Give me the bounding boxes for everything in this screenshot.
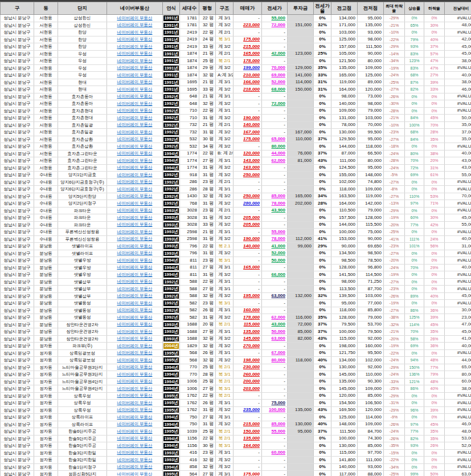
naver-realestate-link[interactable]: 네이버페이 부동산 bbox=[117, 471, 152, 476]
cell-danji: 장안타운건영2차 bbox=[58, 321, 107, 328]
naver-realestate-link[interactable]: 네이버페이 부동산 bbox=[117, 172, 152, 177]
naver-realestate-link[interactable]: 네이버페이 부동산 bbox=[117, 407, 152, 412]
year-badge: 1992년 bbox=[163, 300, 179, 306]
naver-realestate-link[interactable]: 네이버페이 부동산 bbox=[117, 144, 152, 149]
naver-realestate-link[interactable]: 네이버페이 부동산 bbox=[117, 58, 152, 63]
naver-realestate-link[interactable]: 네이버페이 부동산 bbox=[117, 457, 152, 462]
naver-realestate-link[interactable]: 네이버페이 부동산 bbox=[117, 101, 152, 106]
naver-realestate-link[interactable]: 네이버페이 부동산 bbox=[117, 429, 152, 434]
cell-prev-low: 84,700 bbox=[358, 428, 384, 436]
naver-realestate-link[interactable]: 네이버페이 부동산 bbox=[117, 229, 152, 234]
cell-naver: 네이버페이 부동산 bbox=[107, 36, 163, 43]
naver-realestate-link[interactable]: 네이버페이 부동산 bbox=[117, 65, 152, 70]
naver-realestate-link[interactable]: 네이버페이 부동산 bbox=[117, 443, 152, 448]
cell-jeonse-price: - bbox=[262, 385, 288, 393]
cell-jeonse-price: - bbox=[262, 307, 288, 314]
naver-realestate-link[interactable]: 네이버페이 부동산 bbox=[117, 179, 152, 184]
naver-realestate-link[interactable]: 네이버페이 부동산 bbox=[117, 150, 152, 156]
naver-realestate-link[interactable]: 네이버페이 부동산 bbox=[117, 87, 152, 92]
cell-pyeong: 31 평 bbox=[199, 200, 216, 208]
cell-jeonse-price: 63,000 bbox=[262, 292, 288, 300]
naver-realestate-link[interactable]: 네이버페이 부동산 bbox=[117, 36, 152, 42]
naver-realestate-link[interactable]: 네이버페이 부동산 bbox=[117, 51, 152, 56]
naver-realestate-link[interactable]: 네이버페이 부동산 bbox=[117, 15, 152, 21]
naver-realestate-link[interactable]: 네이버페이 부동산 bbox=[117, 272, 152, 277]
year-badge: 1992년 bbox=[163, 308, 179, 314]
naver-realestate-link[interactable]: 네이버페이 부동산 bbox=[117, 201, 152, 206]
naver-realestate-link[interactable]: 네이버페이 부동산 bbox=[117, 386, 152, 391]
naver-realestate-link[interactable]: 네이버페이 부동산 bbox=[117, 379, 152, 384]
cell-year: 1994년 bbox=[163, 442, 180, 450]
naver-realestate-link[interactable]: 네이버페이 부동산 bbox=[117, 329, 152, 334]
naver-realestate-link[interactable]: 네이버페이 부동산 bbox=[117, 450, 152, 455]
cell-prev-high: 121,750 bbox=[331, 349, 358, 357]
naver-realestate-link[interactable]: 네이버페이 부동산 bbox=[117, 136, 152, 141]
naver-realestate-link[interactable]: 네이버페이 부동산 bbox=[117, 315, 152, 320]
table-row: 성남시 분당구 서현동 효자촌일광 네이버페이 부동산 1992년 732 31… bbox=[1, 129, 471, 136]
cell-investment bbox=[288, 29, 314, 36]
cell-jeonse-price: - bbox=[262, 414, 288, 421]
cell-naver: 네이버페이 부동산 bbox=[107, 107, 163, 115]
cell-dong: 분당동 bbox=[34, 314, 58, 322]
naver-realestate-link[interactable]: 네이버페이 부동산 bbox=[117, 108, 152, 113]
cell-down-rate: 0% bbox=[424, 15, 445, 22]
naver-realestate-link[interactable]: 네이버페이 부동산 bbox=[117, 436, 152, 441]
naver-realestate-link[interactable]: 네이버페이 부동산 bbox=[117, 400, 152, 405]
naver-realestate-link[interactable]: 네이버페이 부동산 bbox=[117, 265, 152, 270]
naver-realestate-link[interactable]: 네이버페이 부동산 bbox=[117, 30, 152, 35]
cell-up-rate: 83% bbox=[405, 50, 424, 58]
naver-realestate-link[interactable]: 네이버페이 부동산 bbox=[117, 300, 152, 306]
naver-realestate-link[interactable]: 네이버페이 부동산 bbox=[117, 79, 152, 84]
naver-realestate-link[interactable]: 네이버페이 부동산 bbox=[117, 357, 152, 363]
naver-realestate-link[interactable]: 네이버페이 부동산 bbox=[117, 464, 152, 469]
naver-realestate-link[interactable]: 네이버페이 부동산 bbox=[117, 372, 152, 377]
naver-realestate-link[interactable]: 네이버페이 부동산 bbox=[117, 322, 152, 327]
naver-realestate-link[interactable]: 네이버페이 부동산 bbox=[117, 122, 152, 127]
naver-realestate-link[interactable]: 네이버페이 부동산 bbox=[117, 165, 152, 170]
naver-realestate-link[interactable]: 네이버페이 부동산 bbox=[117, 414, 152, 420]
naver-realestate-link[interactable]: 네이버페이 부동산 bbox=[117, 350, 152, 355]
cell-prev-low: 80,000 bbox=[358, 58, 384, 65]
naver-realestate-link[interactable]: 네이버페이 부동산 bbox=[117, 293, 152, 298]
naver-realestate-link[interactable]: 네이버페이 부동산 bbox=[117, 250, 152, 255]
cell-daily-diff: 48,000 bbox=[445, 22, 471, 29]
naver-realestate-link[interactable]: 네이버페이 부동산 bbox=[117, 115, 152, 120]
cell-gu: 성남시 분당구 bbox=[1, 371, 34, 379]
naver-realestate-link[interactable]: 네이버페이 부동산 bbox=[117, 208, 152, 213]
naver-realestate-link[interactable]: 네이버페이 부동산 bbox=[117, 243, 152, 249]
naver-realestate-link[interactable]: 네이버페이 부동산 bbox=[117, 93, 152, 99]
naver-realestate-link[interactable]: 네이버페이 부동산 bbox=[117, 215, 152, 220]
naver-realestate-link[interactable]: 네이버페이 부동산 bbox=[117, 364, 152, 369]
naver-realestate-link[interactable]: 네이버페이 부동산 bbox=[117, 129, 152, 135]
naver-realestate-link[interactable]: 네이버페이 부동산 bbox=[117, 72, 152, 78]
cell-dong: 정자동 bbox=[34, 414, 58, 421]
cell-structure: 계 3/2 bbox=[216, 221, 234, 229]
naver-realestate-link[interactable]: 네이버페이 부동산 bbox=[117, 236, 152, 241]
naver-realestate-link[interactable]: 네이버페이 부동산 bbox=[117, 222, 152, 227]
cell-structure: 복 3/1 bbox=[216, 300, 234, 307]
naver-realestate-link[interactable]: 네이버페이 부동산 bbox=[117, 279, 152, 284]
naver-realestate-link[interactable]: 네이버페이 부동산 bbox=[117, 286, 152, 291]
table-row: 성남시 분당구 분당동 장안타운건영2차 네이버페이 부동산 1993년 168… bbox=[1, 335, 471, 343]
naver-realestate-link[interactable]: 네이버페이 부동산 bbox=[117, 22, 152, 27]
cell-households: 796 bbox=[180, 243, 199, 250]
naver-realestate-link[interactable]: 네이버페이 부동산 bbox=[117, 44, 152, 49]
cell-down-rate: 0% bbox=[424, 463, 445, 471]
cell-max-drop: -29% bbox=[384, 207, 405, 214]
naver-realestate-link[interactable]: 네이버페이 부동산 bbox=[117, 186, 152, 192]
cell-prev-low: 115,500 bbox=[358, 221, 384, 229]
naver-realestate-link[interactable]: 네이버페이 부동산 bbox=[117, 193, 152, 198]
cell-year: 1994년 bbox=[163, 264, 180, 271]
naver-realestate-link[interactable]: 네이버페이 부동산 bbox=[117, 336, 152, 341]
naver-realestate-link[interactable]: 네이버페이 부동산 bbox=[117, 158, 152, 163]
year-badge: 1992년 bbox=[163, 186, 179, 192]
cell-dong: 정자동 bbox=[34, 392, 58, 400]
naver-realestate-link[interactable]: 네이버페이 부동산 bbox=[117, 307, 152, 312]
naver-realestate-link[interactable]: 네이버페이 부동산 bbox=[117, 393, 152, 398]
cell-max-drop: -31% bbox=[384, 400, 405, 407]
naver-realestate-link[interactable]: 네이버페이 부동산 bbox=[117, 421, 152, 426]
naver-realestate-link[interactable]: 네이버페이 부동산 bbox=[117, 343, 152, 348]
cell-jeonse-price: - bbox=[262, 435, 288, 442]
cell-investment bbox=[288, 278, 314, 286]
naver-realestate-link[interactable]: 네이버페이 부동산 bbox=[117, 258, 152, 263]
